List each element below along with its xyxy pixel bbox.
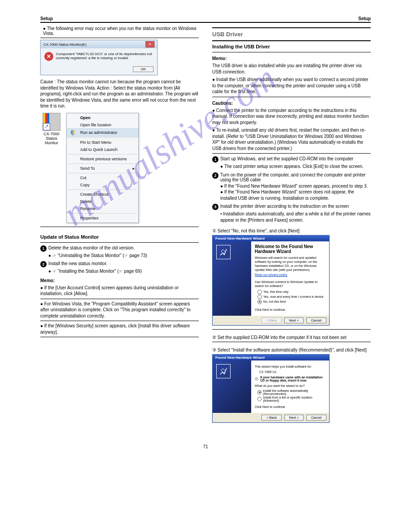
desktop-shortcut[interactable]: ↗ CX-7000 Status Monitor (40, 113, 63, 145)
wizard-sidebar (213, 360, 251, 413)
ctx-run-as-admin[interactable]: Run as administrator (67, 129, 138, 137)
privacy-link[interactable]: Read our privacy policy (255, 273, 325, 276)
error-dialog: CX-7000 Status Monitor(E) ✕ ✕ Component … (40, 40, 158, 75)
memo-usb: The USB driver is also installed while y… (212, 63, 371, 75)
error-dialog-title-bar: CX-7000 Status Monitor(E) ✕ (41, 40, 157, 48)
sub-step-1: ① Select "No, not this time", and click … (212, 228, 371, 233)
ctx-open-file-location[interactable]: Open file location (67, 121, 138, 129)
install-usb-heading: Installing the USB Driver (212, 44, 371, 49)
rule (212, 342, 371, 342)
wizard-install: Found New Hardware Wizard This wizard he… (212, 354, 330, 423)
step-number-3: 3 (212, 204, 218, 210)
cd-tip: If your hardware came with an installati… (260, 376, 325, 382)
wizard-title: Found New Hardware Wizard (213, 236, 329, 241)
memo-item-1: ● If the [User Account Control] screen a… (40, 285, 199, 297)
ctx-send-to-label: Send To (80, 166, 95, 171)
ctx-properties[interactable]: Properties (67, 215, 138, 222)
rule (212, 97, 371, 97)
ctx-send-to[interactable]: Send To ▸ (67, 165, 138, 172)
back-button: < Back (261, 317, 282, 323)
error-dialog-message: Component 'TABCTL32.OCX' or one of its d… (56, 52, 154, 60)
wizard-device: CX-7000 U1 (259, 370, 325, 374)
step2-bullet-2: ● If the "Found New Hardware Wizard" scr… (220, 189, 371, 201)
ctx-run-as-admin-label: Run as administrator (80, 130, 117, 135)
ctx-restore[interactable]: Restore previous versions (67, 155, 138, 163)
run-admin-explain: Cause : The status monitor cannot run be… (40, 79, 199, 109)
page-number: 71 (40, 444, 371, 449)
ok-button[interactable]: OK (133, 66, 154, 72)
memo-item-2: ● For Windows Vista, the "Program Compat… (40, 301, 199, 319)
ctx-copy[interactable]: Copy (67, 181, 138, 189)
cd-icon (255, 376, 258, 382)
rule (40, 38, 199, 38)
error-intro: ● The following error may occur when you… (43, 26, 199, 36)
ctx-create-shortcut[interactable]: Create Shortcut (67, 191, 138, 198)
caution-1: ● Connect the printer to the computer ac… (212, 107, 371, 126)
ctx-delete[interactable]: Delete (67, 198, 138, 205)
wizard-continue2: Click Next to continue. (255, 405, 325, 409)
rule (212, 40, 371, 41)
back-button[interactable]: < Back (261, 415, 282, 420)
hardware-icon (216, 364, 231, 378)
rule (212, 52, 371, 52)
wizard-intro: Windows will search for current and upda… (255, 256, 325, 272)
status-monitor-icon: ↗ (43, 113, 60, 131)
radio-list[interactable]: Install from a list or specific location… (257, 396, 325, 402)
step2-bullet-1: ● If the "Found New Hardware Wizard" scr… (220, 183, 371, 189)
ctx-cut[interactable]: Cut (67, 174, 138, 181)
header-right: Setup (358, 16, 371, 21)
update-heading: Update of Status Monitor (40, 234, 199, 240)
usb-bullet: ● Install the USB driver additionally wh… (212, 77, 371, 95)
next-button[interactable]: Next > (284, 415, 304, 420)
rule (40, 227, 199, 227)
radio-no[interactable]: No, not this time (257, 300, 325, 304)
header-left: Setup (40, 16, 53, 21)
left-column: ● The following error may occur when you… (40, 25, 199, 426)
shield-icon (70, 130, 75, 136)
step1-body: ● The card printer setup screen appears.… (220, 163, 371, 170)
cancel-button[interactable]: Cancel (306, 415, 326, 420)
radio-yes-once[interactable]: Yes, this time only (257, 290, 325, 294)
step3-dot: • Installation starts automatically, and… (220, 211, 371, 223)
wizard-heading: Welcome to the Found New Hardware Wizard (255, 244, 325, 254)
cancel-button[interactable]: Cancel (306, 317, 326, 323)
wizard-helps: This wizard helps you install software f… (255, 365, 325, 369)
memo-item-3: ● If the [Windows Security] screen appea… (40, 323, 199, 335)
rule (212, 153, 371, 154)
rule (212, 27, 371, 28)
sub-step-3: ③ Select "Install the software automatic… (212, 348, 371, 352)
radio-auto[interactable]: Install the software automatically (Reco… (257, 389, 325, 395)
sub-step-2: ② Set the supplied CD-ROM into the compu… (212, 335, 371, 340)
step-number-1: 1 (212, 156, 218, 163)
error-dialog-title: CX-7000 Status Monitor(E) (43, 43, 86, 47)
wizard-title: Found New Hardware Wizard (213, 355, 329, 360)
ctx-rename[interactable]: Rename (67, 205, 138, 212)
wizard-sidebar (213, 241, 251, 316)
wizard-question: Can Windows connect to Windows Update to… (255, 280, 325, 288)
desktop-icon-label: CX-7000 Status Monitor (40, 132, 63, 145)
step-number-2: 2 (40, 261, 47, 267)
update-step1: Delete the status monitor of the old ver… (48, 245, 199, 252)
ctx-open[interactable]: Open (67, 114, 138, 121)
rule (40, 242, 199, 243)
header-rule (40, 22, 371, 23)
cautions-label: Cautions: (212, 101, 371, 106)
step-number-1: 1 (40, 245, 47, 252)
wizard-q2: What do you want the wizard to do? (255, 384, 325, 388)
svg-point-1 (256, 378, 257, 379)
close-icon[interactable]: ✕ (146, 41, 154, 47)
step1-text: Start up Windows, and set the supplied C… (220, 156, 371, 163)
wizard-welcome: Found New Hardware Wizard Welcome to the… (212, 235, 330, 326)
update-step2: Install the new status monitor. (48, 261, 199, 267)
shortcut-arrow-icon: ↗ (43, 123, 50, 130)
chevron-right-icon: ▸ (133, 166, 135, 171)
rule (40, 321, 199, 321)
hardware-icon (216, 245, 231, 259)
ctx-quick-launch[interactable]: Add to Quick Launch (67, 146, 138, 153)
radio-yes-always[interactable]: Yes, now and every time I connect a devi… (257, 295, 325, 299)
step-number-2: 2 (212, 172, 218, 179)
ctx-pin-start[interactable]: Pin to Start Menu (67, 139, 138, 146)
wizard-continue: Click Next to continue. (255, 308, 325, 312)
next-button[interactable]: Next > (284, 317, 304, 323)
memo-label: Memo: (40, 278, 199, 283)
